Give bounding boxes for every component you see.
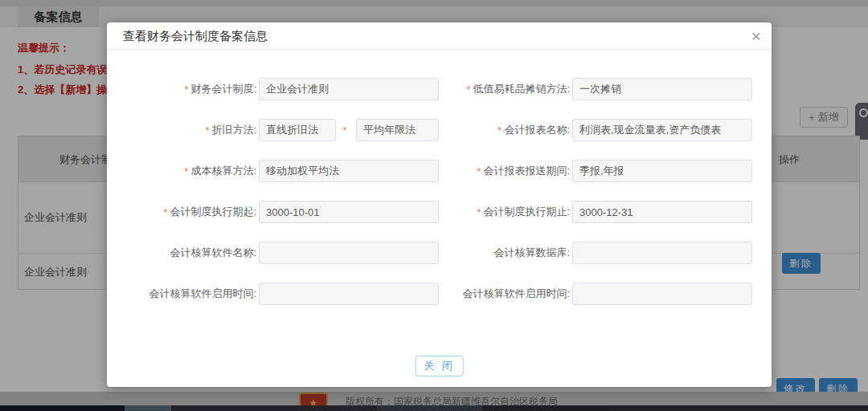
required-star: *	[184, 165, 188, 177]
view-filing-info-dialog: 查看财务会计制度备案信息 × * 财务会计制度: * 低值易耗品摊销方法: * …	[107, 22, 772, 387]
form-row: * 财务会计制度: * 低值易耗品摊销方法:	[107, 78, 772, 100]
useful-life-method-field[interactable]	[356, 119, 439, 141]
form-row: 会计核算软件启用时间: 会计核算软件启用时间:	[107, 283, 772, 305]
required-star: *	[477, 206, 481, 218]
system-start-date-label: * 会计制度执行期起:	[107, 205, 259, 219]
depreciation-method-label: * 折旧方法:	[107, 123, 259, 137]
cost-accounting-method-field[interactable]	[259, 160, 439, 182]
required-star: *	[342, 124, 346, 136]
form-row: * 折旧方法: * * 会计报表名称:	[107, 119, 772, 141]
required-star: *	[466, 83, 470, 96]
software-enable-time-field[interactable]	[572, 283, 752, 305]
cost-accounting-method-label: * 成本核算方法:	[107, 164, 259, 178]
required-star: *	[477, 165, 481, 177]
dialog-title: 查看财务会计制度备案信息	[123, 22, 268, 50]
system-start-date-field[interactable]	[259, 201, 439, 223]
accounting-system-field[interactable]	[259, 78, 439, 100]
required-star: *	[205, 124, 209, 136]
depreciation-method-field[interactable]	[259, 119, 336, 141]
required-star: *	[163, 206, 167, 218]
dialog-header: 查看财务会计制度备案信息 ×	[107, 22, 772, 50]
accounting-database-label: 会计核算数据库:	[439, 246, 572, 260]
required-star: *	[184, 83, 188, 96]
form-row: * 会计制度执行期起: * 会计制度执行期止:	[107, 201, 772, 223]
software-name-field[interactable]	[259, 242, 439, 264]
depreciation-method-group: *	[259, 119, 439, 141]
close-icon[interactable]: ×	[751, 26, 761, 47]
required-star: *	[497, 124, 502, 136]
software-enable-time-label: 会计核算软件启用时间:	[439, 287, 572, 301]
form-row: * 成本核算方法: * 会计报表报送期间:	[107, 160, 772, 182]
accounting-database-field[interactable]	[572, 242, 752, 264]
system-end-date-field[interactable]	[572, 201, 752, 223]
system-end-date-label: * 会计制度执行期止:	[439, 205, 572, 219]
form-row: 会计核算软件名称: 会计核算数据库:	[107, 242, 772, 264]
software-enable-time-label: 会计核算软件启用时间:	[107, 287, 259, 301]
screen: 备案信息 温馨提示： 1、若历史记录有误， 2、选择【新增】操作 + 新增 财务…	[0, 0, 868, 411]
close-button[interactable]: 关 闭	[415, 356, 464, 376]
amortization-method-field[interactable]	[572, 78, 752, 100]
report-names-label: * 会计报表名称:	[439, 123, 572, 137]
accounting-system-label: * 财务会计制度:	[107, 82, 259, 96]
report-names-field[interactable]	[572, 119, 752, 141]
report-period-label: * 会计报表报送期间:	[439, 164, 572, 178]
filing-form: * 财务会计制度: * 低值易耗品摊销方法: * 折旧方法: *	[107, 78, 772, 324]
software-enable-time-field[interactable]	[259, 283, 439, 305]
software-name-label: 会计核算软件名称:	[107, 246, 259, 260]
report-period-field[interactable]	[572, 160, 752, 182]
amortization-method-label: * 低值易耗品摊销方法:	[439, 82, 572, 96]
